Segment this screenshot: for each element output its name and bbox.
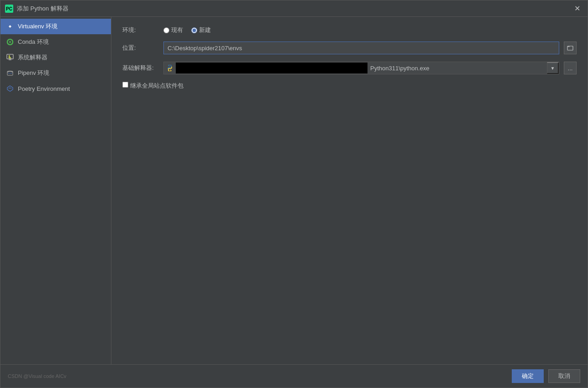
svg-point-10 <box>8 73 9 74</box>
radio-existing-label: 现有 <box>171 26 183 34</box>
interpreter-path-text: Python311\python.exe <box>368 65 547 72</box>
dialog-titlebar: PC 添加 Python 解释器 ✕ <box>0 0 588 17</box>
sidebar: Virtualenv 环境 Conda 环境 <box>0 17 111 364</box>
svg-text:PC: PC <box>6 6 12 11</box>
svg-text:🐍: 🐍 <box>8 55 12 59</box>
close-button[interactable]: ✕ <box>572 4 583 13</box>
location-label: 位置: <box>122 44 159 52</box>
svg-point-14 <box>169 66 170 67</box>
location-browse-button[interactable] <box>564 42 577 54</box>
inherit-packages-checkbox-item[interactable]: 继承全局站点软件包 <box>122 82 184 90</box>
radio-existing[interactable] <box>163 27 169 33</box>
python-snake-icon <box>167 65 173 71</box>
poetry-icon <box>6 84 14 93</box>
sidebar-label-system: 系统解释器 <box>18 53 47 62</box>
system-icon: 🐍 <box>6 53 14 62</box>
base-interpreter-label: 基础解释器: <box>122 64 159 72</box>
env-label: 环境: <box>122 26 159 34</box>
main-content: 环境: 现有 新建 位置: <box>111 17 588 364</box>
sidebar-label-poetry: Poetry Environment <box>18 85 70 92</box>
sidebar-item-pipenv[interactable]: Pipenv 环境 <box>0 65 111 81</box>
sidebar-item-virtualenv[interactable]: Virtualenv 环境 <box>0 19 111 34</box>
interpreter-row: 基础解释器: Python311\python.exe ▼ <box>122 62 577 74</box>
radio-new[interactable] <box>191 27 197 33</box>
footer-watermark: CSDN @Visual code AICv <box>8 373 66 379</box>
radio-new-item[interactable]: 新建 <box>191 26 211 34</box>
cancel-button[interactable]: 取消 <box>548 369 580 383</box>
svg-point-12 <box>11 73 12 74</box>
folder-icon <box>567 45 573 51</box>
virtualenv-icon <box>6 22 14 31</box>
environment-row: 环境: 现有 新建 <box>122 26 577 34</box>
python-icon <box>164 65 176 71</box>
pycharm-icon: PC <box>5 5 13 13</box>
conda-icon <box>6 38 14 46</box>
ok-button[interactable]: 确定 <box>512 369 544 383</box>
interpreter-select-wrapper: Python311\python.exe ▼ <box>163 62 559 74</box>
svg-point-11 <box>10 73 10 74</box>
add-python-interpreter-dialog: PC 添加 Python 解释器 ✕ Virtualenv 环境 <box>0 0 588 388</box>
sidebar-item-conda[interactable]: Conda 环境 <box>0 34 111 50</box>
checkbox-row: 继承全局站点软件包 <box>122 82 577 90</box>
radio-existing-item[interactable]: 现有 <box>163 26 183 34</box>
dialog-title: 添加 Python 解释器 <box>17 5 572 13</box>
sidebar-item-poetry[interactable]: Poetry Environment <box>0 81 111 96</box>
dialog-body: Virtualenv 环境 Conda 环境 <box>0 17 588 364</box>
interpreter-dropdown-button[interactable]: ▼ <box>547 62 559 74</box>
footer-buttons: 确定 取消 <box>512 369 580 383</box>
sidebar-label-conda: Conda 环境 <box>18 38 49 46</box>
sidebar-item-system[interactable]: 🐍 系统解释器 <box>0 50 111 65</box>
svg-point-15 <box>170 69 171 70</box>
radio-new-label: 新建 <box>199 26 211 34</box>
dialog-footer: CSDN @Visual code AICv 确定 取消 <box>0 364 588 388</box>
interpreter-browse-button[interactable]: ... <box>564 62 577 74</box>
location-row: 位置: <box>122 42 577 54</box>
sidebar-label-pipenv: Pipenv 环境 <box>18 69 49 77</box>
location-input[interactable] <box>163 42 559 54</box>
env-radio-group: 现有 新建 <box>163 26 211 34</box>
inherit-packages-label: 继承全局站点软件包 <box>130 82 184 89</box>
interpreter-redacted-area <box>176 63 368 73</box>
pipenv-icon <box>6 69 14 77</box>
svg-point-4 <box>9 41 11 43</box>
inherit-packages-checkbox[interactable] <box>122 82 128 88</box>
sidebar-label-virtualenv: Virtualenv 环境 <box>18 22 58 31</box>
